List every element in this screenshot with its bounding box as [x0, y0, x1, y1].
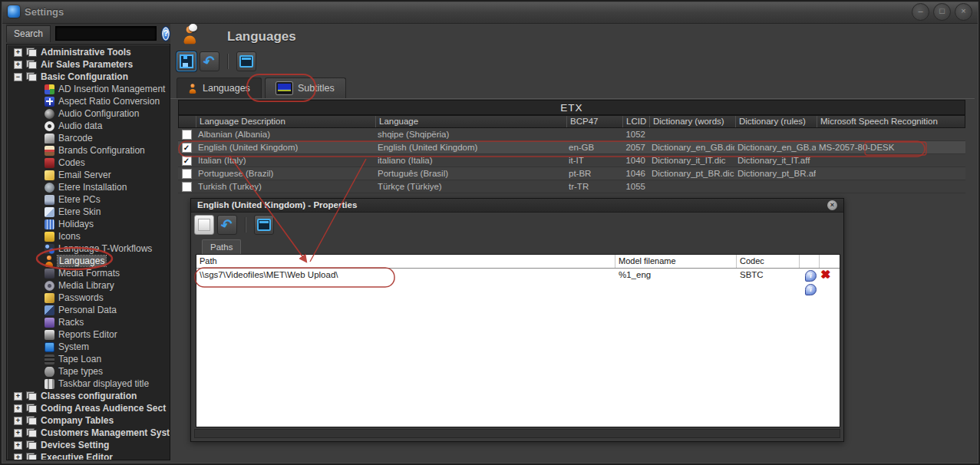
passwords-icon	[45, 293, 54, 303]
sidebar-item-icons[interactable]: Icons	[7, 230, 170, 242]
sidebar-item-etere-installation[interactable]: Etere Installation	[7, 181, 170, 193]
table-row[interactable]: Portuguese (Brazil)Português (Brasil)pt-…	[178, 167, 965, 180]
sidebar-item-etere-skin[interactable]: Etere Skin	[7, 206, 170, 218]
maximize-button[interactable]: □	[933, 3, 951, 21]
column-header[interactable]: Language	[375, 116, 566, 127]
sidebar-item-tape-types[interactable]: Tape types	[7, 365, 170, 378]
sidebar-item-audio-data[interactable]: Audio data	[7, 120, 170, 132]
table-row[interactable]: Turkish (Turkey)Türkçe (Türkiye)tr-TR105…	[178, 180, 965, 193]
sidebar-item-media-formats[interactable]: Media Formats	[7, 267, 170, 279]
sidebar-item-codes[interactable]: Codes	[7, 157, 170, 169]
column-header[interactable]: Path	[196, 255, 615, 268]
sidebar-item-passwords[interactable]: Passwords	[7, 292, 170, 304]
checkbox-checked[interactable]: ✓	[182, 143, 192, 153]
help-icon[interactable]: ?	[161, 26, 170, 41]
sidebar-item-language-t-workflows[interactable]: Language T-Workflows	[7, 242, 170, 255]
column-header[interactable]: Model filename	[615, 255, 737, 268]
close-button[interactable]: ×	[955, 3, 972, 21]
sidebar-item-executive-editor[interactable]: +Executive Editor	[7, 451, 170, 460]
sidebar-item-aspect-ratio-conversion[interactable]: Aspect Ratio Conversion	[7, 95, 170, 107]
sidebar-item-personal-data[interactable]: Personal Data	[7, 304, 170, 316]
search-input[interactable]	[55, 26, 157, 41]
properties-undo-button[interactable]: ↶	[217, 215, 237, 235]
personal-data-icon	[45, 305, 54, 315]
sidebar-item-etere-pcs[interactable]: Etere PCs	[7, 193, 170, 206]
path-row[interactable]: \\sgs7\Videofiles\MET\Web Upload\%1_engS…	[196, 269, 840, 282]
toolbar-separator	[227, 54, 229, 69]
sidebar-item-coding-areas-audience-sect[interactable]: +Coding Areas Audience Sect	[7, 402, 170, 414]
folder-pages-icon	[26, 440, 37, 450]
properties-window-button[interactable]	[254, 215, 274, 235]
expand-icon[interactable]: +	[14, 417, 22, 425]
folder-pages-icon	[26, 453, 37, 460]
model-filename-value: %1_eng	[615, 269, 737, 282]
column-header[interactable]: BCP47	[566, 116, 622, 127]
sidebar-item-administrative-tools[interactable]: +Administrative Tools	[7, 46, 170, 58]
expand-icon[interactable]: +	[14, 441, 22, 450]
sidebar-item-classes-configuration[interactable]: +Classes configuration	[7, 390, 170, 402]
tab-languages[interactable]: Languages	[177, 78, 262, 98]
save-button[interactable]	[177, 51, 196, 71]
table-row[interactable]: Albanian (Albania)shqipe (Shqipëria)1052	[178, 128, 965, 141]
search-label: Search	[6, 25, 51, 42]
expand-icon[interactable]: +	[14, 404, 22, 413]
table-row[interactable]: ✓Italian (Italy)italiano (Italia)it-IT10…	[178, 154, 965, 167]
workflows-icon	[45, 244, 54, 254]
sidebar-item-taskbar-displayed-title[interactable]: Taskbar displayed title	[7, 378, 170, 390]
window-tool-button[interactable]	[236, 51, 256, 71]
undo-button[interactable]: ↶	[200, 51, 219, 71]
properties-window: English (United Kingdom) - Properties × …	[190, 198, 844, 442]
sidebar-item-devices-setting[interactable]: +Devices Setting	[7, 439, 170, 451]
expand-icon[interactable]: +	[14, 429, 22, 437]
sidebar-item-customers-management-syst[interactable]: +Customers Management Syst	[7, 427, 170, 439]
sidebar-item-languages[interactable]: Languages	[7, 255, 170, 267]
sidebar-item-barcode[interactable]: Barcode	[7, 132, 170, 144]
sidebar-item-company-tables[interactable]: +Company Tables	[7, 414, 170, 427]
checkbox-unchecked[interactable]	[182, 182, 192, 192]
column-header[interactable]: LCID	[622, 116, 649, 127]
sidebar-item-tape-loan[interactable]: Tape Loan	[7, 353, 170, 365]
column-header[interactable]: Microsoft Speech Recognition	[817, 116, 966, 127]
sidebar-item-holidays[interactable]: Holidays	[7, 218, 170, 230]
expand-icon[interactable]: +	[14, 48, 22, 57]
racks-icon	[45, 318, 54, 328]
column-header[interactable]: Language Description	[196, 116, 375, 127]
properties-save-button[interactable]	[194, 215, 214, 235]
column-header[interactable]	[179, 116, 196, 127]
checkbox-unchecked[interactable]	[182, 130, 192, 140]
tab-subtitles[interactable]: Subtitles	[265, 78, 346, 98]
expand-icon[interactable]: +	[14, 453, 22, 461]
sidebar-item-audio-configuration[interactable]: Audio Configuration	[7, 107, 170, 120]
table-header-row: Language DescriptionLanguageBCP47LCIDDic…	[178, 115, 965, 128]
sidebar-item-reports-editor[interactable]: Reports Editor	[7, 328, 170, 341]
sidebar-item-brands-configuration[interactable]: Brands Configuration	[7, 144, 170, 157]
tab-paths[interactable]: Paths	[202, 239, 241, 255]
column-header[interactable]: Dictionary (rules)	[735, 116, 817, 127]
sidebar-item-media-library[interactable]: Media Library	[7, 279, 170, 292]
sidebar-item-racks[interactable]: Racks	[7, 316, 170, 328]
table-row[interactable]: ✓English (United Kingdom)English (United…	[178, 141, 965, 154]
minimize-button[interactable]: –	[912, 3, 929, 21]
toolbar-separator	[245, 217, 246, 232]
sidebar-item-system[interactable]: System	[7, 341, 170, 353]
sidebar-item-air-sales-parameters[interactable]: +Air Sales Parameters	[7, 58, 170, 71]
info-balloon-icon[interactable]: i	[805, 270, 817, 282]
delete-icon[interactable]: ✖	[820, 269, 830, 280]
column-header[interactable]: Codec	[737, 255, 800, 268]
main-tabs: Languages Subtitles	[177, 78, 346, 98]
checkbox-checked[interactable]: ✓	[182, 156, 192, 166]
taskbar-icon	[45, 379, 54, 389]
column-header[interactable]: Dictionary (words)	[649, 116, 735, 127]
tape-types-icon	[45, 367, 54, 377]
expand-icon[interactable]: +	[14, 392, 22, 401]
aspect-ratio-icon	[45, 97, 54, 107]
sidebar-item-basic-configuration[interactable]: −Basic Configuration	[7, 71, 170, 83]
checkbox-unchecked[interactable]	[182, 169, 192, 179]
expand-icon[interactable]: +	[14, 61, 22, 69]
sidebar-item-ad-insertion-management[interactable]: AD Insertion Management	[7, 83, 170, 95]
sidebar-item-email-server[interactable]: Email Server	[7, 169, 170, 181]
properties-close-icon[interactable]: ×	[827, 200, 837, 210]
info-balloon-icon[interactable]: i	[805, 284, 817, 295]
collapse-icon[interactable]: −	[14, 73, 22, 81]
audio-data-icon	[45, 121, 54, 131]
